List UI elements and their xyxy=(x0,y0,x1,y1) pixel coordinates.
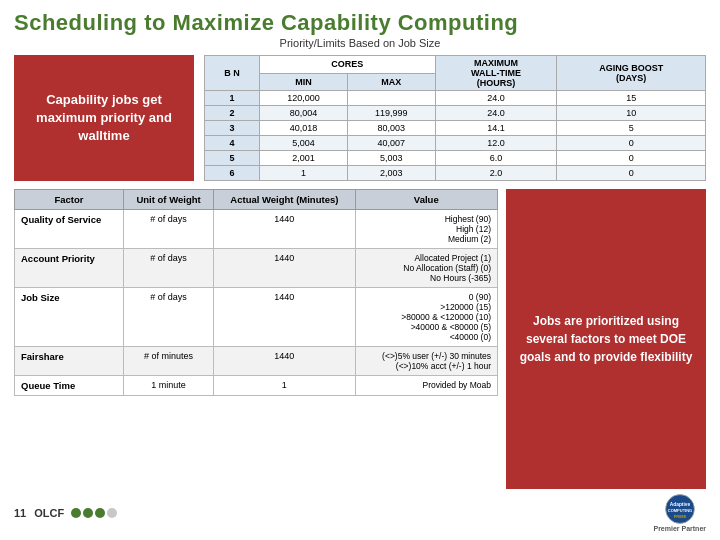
svg-text:COMPUTING: COMPUTING xyxy=(668,508,692,513)
factor-value: Highest (90) High (12) Medium (2) xyxy=(355,210,497,249)
subtitle: Priority/Limits Based on Job Size xyxy=(14,37,706,49)
svg-text:Adaptive: Adaptive xyxy=(670,502,691,507)
factor-unit: # of minutes xyxy=(123,347,213,376)
table-row: 6 1 2,003 2.0 0 xyxy=(205,166,706,181)
factor-weight: 1440 xyxy=(214,347,355,376)
main-title: Scheduling to Maximize Capability Comput… xyxy=(14,10,706,36)
footer-dot xyxy=(83,508,93,518)
factor-unit: # of days xyxy=(123,288,213,347)
factor-unit: 1 minute xyxy=(123,376,213,396)
min-cell: 5,004 xyxy=(259,136,347,151)
table-row: 5 2,001 5,003 6.0 0 xyxy=(205,151,706,166)
factor-weight: 1440 xyxy=(214,210,355,249)
page-number: 11 xyxy=(14,507,26,519)
footer: 11 OLCF Adaptive COMPUTING PRIME Premier… xyxy=(14,493,706,532)
cores-max-header: MAX xyxy=(347,73,435,91)
min-cell: 2,001 xyxy=(259,151,347,166)
factor-value: 0 (90) >120000 (15) >80000 & <120000 (10… xyxy=(355,288,497,347)
table-row: Account Priority # of days 1440 Allocate… xyxy=(15,249,498,288)
aging-cell: 0 xyxy=(557,151,706,166)
min-cell: 40,018 xyxy=(259,121,347,136)
bn-cell: 1 xyxy=(205,91,260,106)
wall-cell: 24.0 xyxy=(435,91,557,106)
factor-unit: # of days xyxy=(123,210,213,249)
footer-right: Adaptive COMPUTING PRIME Premier Partner xyxy=(653,493,706,532)
olcf-logo: OLCF xyxy=(34,507,117,519)
table-row: Job Size # of days 1440 0 (90) >120000 (… xyxy=(15,288,498,347)
xt5-table-wrapper: B N CORES MAXIMUMWALL-TIME(HOURS) AGING … xyxy=(204,55,706,181)
factor-value: Allocated Project (1) No Allocation (Sta… xyxy=(355,249,497,288)
max-cell: 80,003 xyxy=(347,121,435,136)
factor-name: Fairshare xyxy=(15,347,124,376)
adaptive-computing-icon: Adaptive COMPUTING PRIME xyxy=(664,493,696,525)
capability-box: Capability jobs get maximum priority and… xyxy=(14,55,194,181)
aging-cell: 15 xyxy=(557,91,706,106)
aging-cell: 5 xyxy=(557,121,706,136)
bn-cell: 5 xyxy=(205,151,260,166)
aging-cell: 0 xyxy=(557,136,706,151)
table-row: 1 120,000 24.0 15 xyxy=(205,91,706,106)
table-row: Queue Time 1 minute 1 Provided by Moab xyxy=(15,376,498,396)
wall-cell: 12.0 xyxy=(435,136,557,151)
factor-name: Quality of Service xyxy=(15,210,124,249)
wall-cell: 2.0 xyxy=(435,166,557,181)
factor-weight: 1440 xyxy=(214,249,355,288)
max-cell: 5,003 xyxy=(347,151,435,166)
bn-cell: 6 xyxy=(205,166,260,181)
bn-cell: 3 xyxy=(205,121,260,136)
factor-unit: # of days xyxy=(123,249,213,288)
table-row: 4 5,004 40,007 12.0 0 xyxy=(205,136,706,151)
bn-cell: 4 xyxy=(205,136,260,151)
factor-weight: 1 xyxy=(214,376,355,396)
adaptive-logo: Adaptive COMPUTING PRIME Premier Partner xyxy=(653,493,706,532)
jobs-box: Jobs are prioritized using several facto… xyxy=(506,189,706,489)
cores-header: CORES xyxy=(259,56,435,74)
factor-name: Job Size xyxy=(15,288,124,347)
bn-header: B N xyxy=(205,56,260,91)
bn-cell: 2 xyxy=(205,106,260,121)
footer-dot xyxy=(95,508,105,518)
aging-cell: 0 xyxy=(557,166,706,181)
factor-value: (<>)5% user (+/-) 30 minutes (<>)10% acc… xyxy=(355,347,497,376)
factor-col-header: Actual Weight (Minutes) xyxy=(214,190,355,210)
wall-cell: 6.0 xyxy=(435,151,557,166)
footer-dot xyxy=(71,508,81,518)
table-row: Quality of Service # of days 1440 Highes… xyxy=(15,210,498,249)
table-row: 2 80,004 119,999 24.0 10 xyxy=(205,106,706,121)
wall-cell: 14.1 xyxy=(435,121,557,136)
factor-weight: 1440 xyxy=(214,288,355,347)
footer-dot xyxy=(107,508,117,518)
factor-name: Account Priority xyxy=(15,249,124,288)
aging-cell: 10 xyxy=(557,106,706,121)
svg-text:PRIME: PRIME xyxy=(673,514,686,519)
min-cell: 80,004 xyxy=(259,106,347,121)
table-row: Fairshare # of minutes 1440 (<>)5% user … xyxy=(15,347,498,376)
min-cell: 1 xyxy=(259,166,347,181)
cores-min-header: MIN xyxy=(259,73,347,91)
factor-col-header: Factor xyxy=(15,190,124,210)
wall-cell: 24.0 xyxy=(435,106,557,121)
factor-col-header: Value xyxy=(355,190,497,210)
footer-left: 11 OLCF xyxy=(14,507,117,519)
factor-value: Provided by Moab xyxy=(355,376,497,396)
max-cell xyxy=(347,91,435,106)
factor-table-wrapper: FactorUnit of WeightActual Weight (Minut… xyxy=(14,189,498,489)
min-cell: 120,000 xyxy=(259,91,347,106)
factor-col-header: Unit of Weight xyxy=(123,190,213,210)
aging-boost-header: AGING BOOST(DAYS) xyxy=(557,56,706,91)
wall-time-header: MAXIMUMWALL-TIME(HOURS) xyxy=(435,56,557,91)
factor-name: Queue Time xyxy=(15,376,124,396)
max-cell: 2,003 xyxy=(347,166,435,181)
max-cell: 119,999 xyxy=(347,106,435,121)
max-cell: 40,007 xyxy=(347,136,435,151)
table-row: 3 40,018 80,003 14.1 5 xyxy=(205,121,706,136)
